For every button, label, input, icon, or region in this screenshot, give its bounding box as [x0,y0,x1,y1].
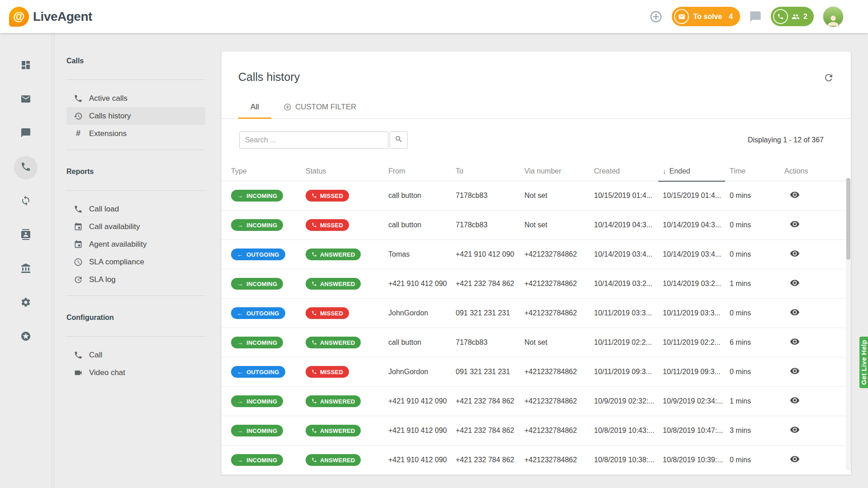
call-type-badge: →INCOMING [231,278,283,290]
sidebar-item-label: Extensions [89,129,127,138]
column-header-to[interactable]: To [456,161,524,181]
to-solve-button[interactable]: To solve 4 [672,7,740,26]
rail-sync-icon[interactable] [14,190,38,213]
sidebar-item-sla-compliance[interactable]: SLA compliance [66,253,205,271]
sidebar-item-video-chat[interactable]: Video chat [66,364,205,381]
online-calls-button[interactable]: 2 [771,7,814,26]
rail-chat-icon[interactable] [14,122,38,145]
table-row[interactable]: →INCOMINGMISSEDcall button7178cb83Not se… [222,211,851,240]
table-row[interactable]: →INCOMINGMISSEDcall button7178cb83Not se… [222,181,851,211]
to-cell: +421 910 412 090 [456,250,524,258]
table-row[interactable]: →INCOMINGANSWERED+421 910 412 090+421 23… [222,387,851,416]
nav-section-title: Reports [66,166,205,177]
to-cell: 7178cb83 [456,221,524,229]
view-call-icon[interactable] [790,395,800,405]
search-input[interactable] [239,131,388,149]
to-cell: 7178cb83 [456,192,524,200]
page-title: Calls history [238,52,832,84]
rail-phone-icon[interactable] [14,156,38,179]
sidebar-item-label: Agent availability [89,240,147,249]
from-cell: JohnGordon [388,309,456,317]
column-header-actions[interactable]: Actions [784,161,840,181]
rail-contacts-icon[interactable] [14,224,38,247]
column-header-via-number[interactable]: Via number [524,161,594,181]
agents-icon [792,13,800,21]
user-avatar[interactable] [823,6,844,27]
sidebar-item-calls-history[interactable]: Calls history [66,107,205,125]
view-call-icon[interactable] [790,278,800,288]
via-number-cell: +421232784862 [524,280,594,288]
column-header-time[interactable]: Time [730,161,784,181]
phone-icon [311,252,317,257]
add-new-icon[interactable] [649,10,663,23]
rail-bank-icon[interactable] [14,258,38,281]
arrow-right-icon: → [237,457,243,463]
column-header-status[interactable]: Status [306,161,388,181]
refresh-icon[interactable] [823,72,834,83]
to-solve-label: To solve [693,13,722,21]
ended-cell: 10/14/2019 04:3... [663,221,730,229]
tab-custom-filter[interactable]: CUSTOM FILTER [271,95,368,119]
call-status-badge: MISSED [306,219,349,231]
from-cell: +421 910 412 090 [388,456,456,464]
view-call-icon[interactable] [790,249,800,258]
brand[interactable]: @ LiveAgent [9,7,92,27]
view-call-icon[interactable] [790,366,800,376]
view-call-icon[interactable] [790,219,800,229]
column-header-created[interactable]: Created [594,161,663,181]
call-status-badge: ANSWERED [306,249,361,260]
search-button[interactable] [390,131,408,149]
sidebar-item-sla-log[interactable]: SLA log [66,271,205,288]
column-header-ended[interactable]: ↓Ended [663,161,730,181]
tab-all[interactable]: All [238,95,271,119]
video-icon [74,368,83,377]
call-status-badge: ANSWERED [306,425,361,436]
view-call-icon[interactable] [790,190,800,200]
sidebar-item-active-calls[interactable]: Active calls [66,89,205,107]
created-cell: 10/11/2019 02:2... [594,338,663,347]
to-cell: +421 232 784 862 [456,456,524,464]
created-cell: 10/14/2019 04:3... [594,221,663,229]
table-row[interactable]: ←OUTGOINGMISSEDJohnGordon091 321 231 231… [222,299,851,328]
table-row[interactable]: ←OUTGOINGANSWEREDTomas+421 910 412 090+4… [222,240,851,269]
nav-section-title: Calls [66,56,205,66]
chat-bubble-icon[interactable] [749,10,762,23]
nav-section-title: Configuration [66,312,205,323]
scrollbar-thumb[interactable] [846,178,850,260]
column-header-type[interactable]: Type [231,161,306,181]
rail-star-icon[interactable] [14,325,38,349]
call-status-badge: MISSED [306,307,349,319]
sidebar-item-call-load[interactable]: Call load [66,200,205,218]
phone-icon [311,281,317,286]
table-row[interactable]: →INCOMINGANSWERED+421 910 412 090+421 23… [222,446,851,475]
table-scrollbar[interactable] [846,178,851,470]
rail-dashboard-icon[interactable] [14,54,38,78]
from-cell: call button [388,192,456,200]
view-call-icon[interactable] [790,307,800,317]
sidebar-item-extensions[interactable]: #Extensions [66,125,205,142]
table-row[interactable]: →INCOMINGANSWERED+421 910 412 090+421 23… [222,269,851,299]
table-row[interactable]: →INCOMINGANSWERED+421 910 412 090+421 23… [222,416,851,446]
table-row[interactable]: ←OUTGOINGMISSEDJohnGordon091 321 231 231… [222,357,851,387]
rail-settings-icon[interactable] [14,291,38,315]
sidebar-item-call[interactable]: Call [66,346,205,364]
topbar: @ LiveAgent To solve 4 2 [0,0,868,33]
ended-cell: 10/9/2019 02:34:... [663,397,730,405]
phone-icon [311,340,317,345]
get-live-help-button[interactable]: Get Live Help [859,337,868,388]
created-cell: 10/8/2019 10:38:... [594,456,663,464]
rail-mail-icon[interactable] [14,88,38,112]
column-header-from[interactable]: From [388,161,456,181]
view-call-icon[interactable] [790,454,800,464]
sidebar-item-call-availability[interactable]: Call availability [66,218,205,235]
created-cell: 10/11/2019 03:3... [594,309,663,317]
sidebar-item-agent-availability[interactable]: Agent availability [66,235,205,253]
view-call-icon[interactable] [790,337,800,347]
via-number-cell: +421232784862 [524,397,594,405]
view-call-icon[interactable] [790,425,800,435]
table-row[interactable]: →INCOMINGANSWEREDcall button7178cb83Not … [222,328,851,357]
via-number-cell: Not set [524,221,594,229]
from-cell: +421 910 412 090 [388,427,456,435]
via-number-cell: Not set [524,338,594,347]
ended-cell: 10/14/2019 03:2... [663,280,730,288]
